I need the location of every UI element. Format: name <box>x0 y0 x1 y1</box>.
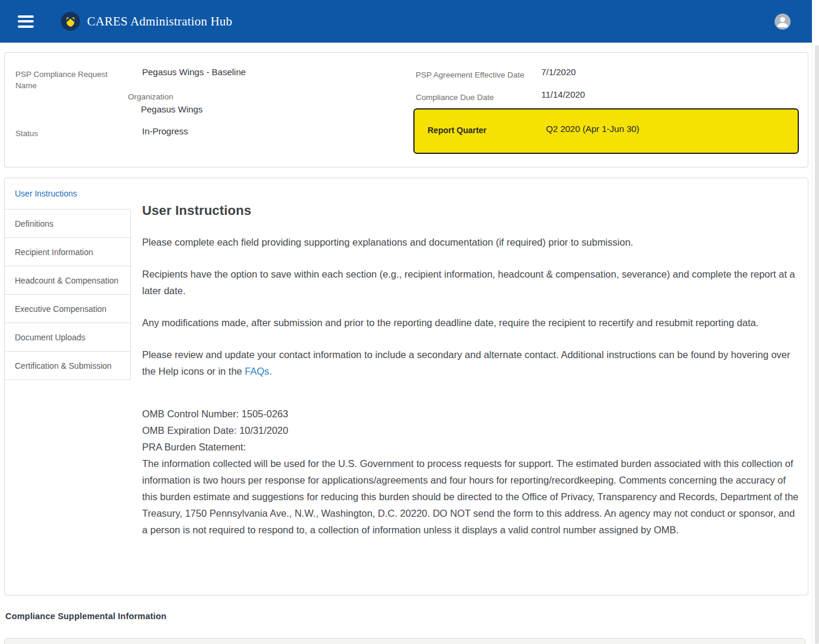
supplemental-panel-header <box>4 638 805 644</box>
omb-expiration-date: OMB Expiration Date: 10/31/2020 <box>142 422 799 439</box>
instruction-paragraph-4: Please review and update your contact in… <box>142 346 799 379</box>
omb-control-number: OMB Control Number: 1505-0263 <box>142 405 799 422</box>
effective-date-value: 7/1/2020 <box>541 66 576 78</box>
status-value: In-Progress <box>142 125 188 137</box>
organization-label: Organization <box>128 91 174 102</box>
instruction-paragraph-1: Please complete each field providing sup… <box>142 234 799 250</box>
nav-item-certification-submission[interactable]: Certification & Submission <box>5 352 131 380</box>
instruction-paragraph-3: Any modifications made, after submission… <box>142 314 799 331</box>
due-date-value: 11/14/2020 <box>541 89 585 101</box>
report-quarter-highlight: Report Quarter Q2 2020 (Apr 1-Jun 30) <box>413 108 799 154</box>
user-avatar-icon[interactable] <box>775 14 791 30</box>
status-label: Status <box>15 128 38 139</box>
report-sections-panel: User Instructions Definitions Recipient … <box>4 178 808 595</box>
paragraph-4-suffix: . <box>269 366 272 376</box>
hamburger-menu-icon[interactable] <box>18 15 34 28</box>
nav-item-executive-compensation[interactable]: Executive Compensation <box>5 295 131 323</box>
app-header: CARES Administration Hub <box>0 0 812 43</box>
faqs-link[interactable]: FAQs <box>245 366 269 376</box>
page-scrollbar-thumb[interactable] <box>815 45 819 644</box>
nav-item-document-uploads[interactable]: Document Uploads <box>5 323 131 352</box>
nav-item-definitions[interactable]: Definitions <box>5 210 131 238</box>
omb-statement-block: OMB Control Number: 1505-0263 OMB Expira… <box>142 405 799 538</box>
instructions-content: User Instructions Please complete each f… <box>131 178 808 595</box>
nav-item-user-instructions[interactable]: User Instructions <box>5 178 131 210</box>
request-name-label: PSP Compliance Request Name <box>15 69 110 91</box>
report-quarter-value: Q2 2020 (Apr 1-Jun 30) <box>546 124 640 134</box>
compliance-summary-panel: PSP Compliance Request Name Pegasus Wing… <box>4 52 808 168</box>
nav-item-recipient-information[interactable]: Recipient Information <box>5 238 131 266</box>
pra-burden-label: PRA Burden Statement: <box>142 439 799 455</box>
supplemental-section-label: Compliance Supplemental Information <box>5 611 166 621</box>
request-name-value: Pegasus Wings - Baseline <box>142 66 246 78</box>
organization-value: Pegasus Wings <box>141 104 203 115</box>
section-nav: User Instructions Definitions Recipient … <box>5 178 131 595</box>
due-date-label: Compliance Due Date <box>416 92 494 103</box>
page-scrollbar-track[interactable] <box>812 0 819 644</box>
app-logo-shield-icon <box>61 12 80 31</box>
app-title: CARES Administration Hub <box>87 14 232 29</box>
effective-date-label: PSP Agreement Effective Date <box>416 69 524 80</box>
nav-item-headcount-compensation[interactable]: Headcount & Compensation <box>5 266 131 295</box>
pra-burden-text: The information collected will be used f… <box>142 455 799 538</box>
paragraph-4-text: Please review and update your contact in… <box>142 349 790 376</box>
instruction-paragraph-2: Recipients have the option to save withi… <box>142 266 799 299</box>
content-heading: User Instructions <box>142 203 799 218</box>
report-quarter-label: Report Quarter <box>428 125 487 135</box>
